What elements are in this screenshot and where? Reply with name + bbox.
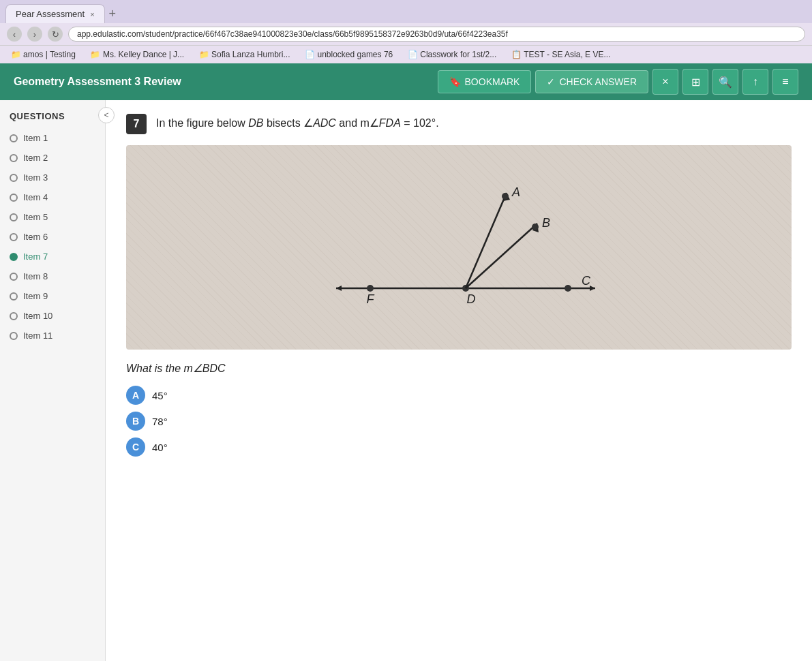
share-icon: ↑ [753,76,758,88]
app-header: Geometry Assessment 3 Review 🔖 BOOKMARK … [0,63,812,100]
answer-choice-b[interactable]: B 78° [126,412,792,431]
forward-btn[interactable]: › [27,27,42,42]
question-text: In the figure below DB bisects ∠ADC and … [156,114,439,132]
content-area: 7 In the figure below DB bisects ∠ADC an… [106,100,812,661]
calculator-icon: ⊞ [691,76,700,89]
folder-icon: 📁 [11,50,20,59]
bookmark-ms-kelley[interactable]: 📁 Ms. Kelley Dance | J... [87,48,188,61]
browser-chrome: Pear Assessment × + ‹ › ↻ app.edulastic.… [0,0,812,63]
bookmark-classwork[interactable]: 📄 Classwork for 1st/2... [404,48,500,61]
item-dot-3 [10,174,18,182]
sidebar-item-9[interactable]: Item 9 [0,286,105,306]
item-dot-10 [10,312,18,320]
choice-text-b: 78° [152,416,168,427]
svg-marker-1 [590,286,595,291]
bookmarks-bar: 📁 amos | Testing 📁 Ms. Kelley Dance | J.… [0,45,812,63]
geometry-figure: F D C A B [295,152,622,343]
sidebar-item-1[interactable]: Item 1 [0,128,105,148]
svg-text:D: D [467,292,476,306]
sidebar-item-8[interactable]: Item 8 [0,266,105,286]
choice-text-c: 40° [152,442,168,453]
svg-text:B: B [542,216,550,230]
sidebar-collapse-btn[interactable]: < [98,107,115,123]
main-layout: QUESTIONS < Item 1 Item 2 Item 3 Item 4 … [0,100,812,661]
bookmark-button[interactable]: 🔖 BOOKMARK [438,70,532,93]
sidebar-item-4[interactable]: Item 4 [0,187,105,207]
item-dot-5 [10,213,18,221]
new-tab-btn[interactable]: + [109,7,117,21]
svg-line-9 [466,193,507,288]
choice-circle-b: B [126,412,145,431]
item-dot-1 [10,134,18,142]
folder-icon: 📁 [199,50,209,59]
svg-text:C: C [582,274,591,288]
bookmark-unblocked[interactable]: 📄 unblocked games 76 [301,48,397,61]
tab-bar: Pear Assessment × + [0,0,812,23]
check-answer-button[interactable]: ✓ CHECK ANSWER [535,70,648,93]
item-dot-2 [10,154,18,162]
sidebar-item-6[interactable]: Item 6 [0,227,105,247]
share-button[interactable]: ↑ [742,69,768,95]
item-dot-11 [10,332,18,340]
sidebar-item-7[interactable]: Item 7 [0,247,105,266]
refresh-btn[interactable]: ↻ [48,27,63,42]
sidebar-item-3[interactable]: Item 3 [0,168,105,187]
address-bar[interactable]: app.edulastic.com/student/practice/66f46… [68,27,805,42]
answer-choice-a[interactable]: A 45° [126,386,792,405]
search-icon: 🔍 [719,76,732,89]
question-body-text: What is the m∠BDC [126,362,792,375]
close-icon: × [662,76,668,88]
svg-point-11 [502,193,509,200]
address-text: app.edulastic.com/student/practice/66f46… [77,29,508,39]
figure-area: F D C A B [126,145,792,350]
svg-line-13 [466,224,537,288]
choice-text-a: 45° [152,390,168,401]
header-toolbar: 🔖 BOOKMARK ✓ CHECK ANSWER × ⊞ 🔍 ↑ ≡ [438,69,798,95]
sidebar: QUESTIONS < Item 1 Item 2 Item 3 Item 4 … [0,100,106,661]
page-icon: 📄 [408,50,417,59]
calculator-button[interactable]: ⊞ [682,69,708,95]
page-icon: 📄 [305,50,314,59]
active-tab[interactable]: Pear Assessment × [5,4,105,23]
question-header: 7 In the figure below DB bisects ∠ADC an… [126,114,792,134]
sidebar-item-11[interactable]: Item 11 [0,326,105,345]
sidebar-item-5[interactable]: Item 5 [0,207,105,227]
sidebar-item-2[interactable]: Item 2 [0,148,105,168]
choice-circle-c: C [126,437,145,457]
item-dot-8 [10,273,18,281]
bookmark-icon: 🔖 [449,76,461,87]
svg-text:F: F [367,292,375,306]
tab-close-btn[interactable]: × [90,10,94,18]
svg-marker-2 [336,286,342,291]
doc-icon: 📋 [511,50,521,59]
bookmark-sofia[interactable]: 📁 Sofia Lanza Humbri... [195,48,294,61]
svg-point-3 [367,285,374,292]
item-dot-6 [10,233,18,241]
back-btn[interactable]: ‹ [7,27,22,42]
svg-text:A: A [511,185,520,199]
search-button[interactable]: 🔍 [712,69,738,95]
app-title: Geometry Assessment 3 Review [14,76,438,88]
choice-circle-a: A [126,386,145,405]
item-dot-9 [10,292,18,301]
bookmark-amos[interactable]: 📁 amos | Testing [7,48,80,61]
menu-button[interactable]: ≡ [772,69,798,95]
question-number: 7 [126,114,147,134]
address-bar-row: ‹ › ↻ app.edulastic.com/student/practice… [0,23,812,45]
checkmark-icon: ✓ [547,76,555,87]
svg-point-15 [532,224,539,230]
item-dot-4 [10,194,18,202]
bookmark-test-se-asia[interactable]: 📋 TEST - SE Asia, E VE... [507,48,614,61]
item-dot-7-active [10,253,18,261]
folder-icon: 📁 [91,50,100,59]
menu-icon: ≡ [782,76,788,88]
answer-choice-c[interactable]: C 40° [126,437,792,457]
sidebar-title: QUESTIONS [0,107,105,128]
tab-title: Pear Assessment [16,9,85,19]
sidebar-item-10[interactable]: Item 10 [0,306,105,326]
svg-point-7 [565,285,571,292]
close-button[interactable]: × [652,69,678,95]
